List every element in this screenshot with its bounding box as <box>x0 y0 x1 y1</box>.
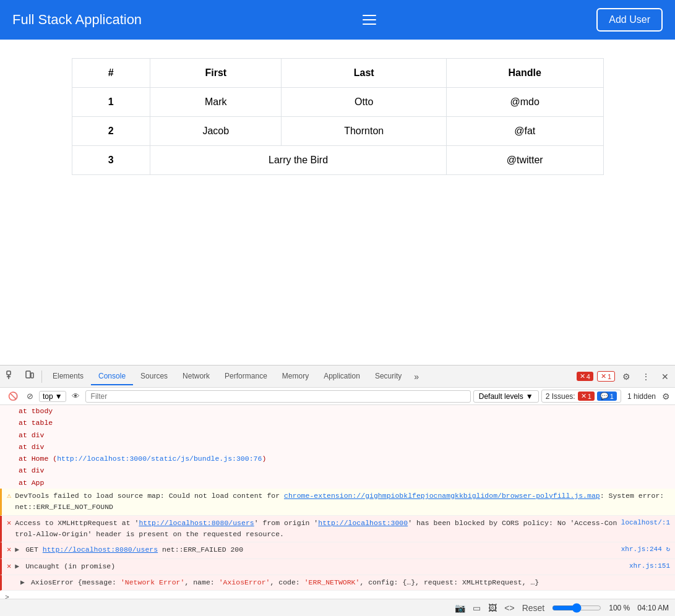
col-id: # <box>72 59 150 88</box>
axios-detail-expander[interactable]: ▶ <box>20 577 25 588</box>
console-cors-error: ✕ Access to XMLHttpRequest at 'http://lo… <box>0 516 675 543</box>
console-get-error: ✕ ▶ GET http://localhost:8080/users net:… <box>0 542 675 558</box>
error-x-icon: ✕ <box>580 372 585 380</box>
device-toolbar-button[interactable] <box>21 368 38 385</box>
cell-last: Otto <box>282 88 447 117</box>
issues-warn-count: 1 <box>610 393 614 400</box>
promise-error-text: Uncaught (in promise) <box>25 561 626 572</box>
xhr-url-link[interactable]: http://localhost:8080/users <box>139 519 254 527</box>
promise-error-location[interactable]: xhr.js:151 <box>629 561 670 572</box>
error-count: 4 <box>587 373 590 380</box>
warn-count: 1 <box>608 373 611 380</box>
issues-label: 2 Issues: <box>546 392 575 401</box>
col-last: Last <box>282 59 447 88</box>
zoom-level: 100 % <box>609 604 630 612</box>
cell-id: 3 <box>72 146 150 175</box>
get-url-link[interactable]: http://localhost:8080/users <box>43 545 158 554</box>
top-dropdown-icon: ▼ <box>55 392 62 401</box>
zoom-slider[interactable] <box>552 603 601 613</box>
navbar: Full Stack Application Add User <box>0 0 675 40</box>
tab-application[interactable]: Application <box>316 368 368 385</box>
tab-errors-section: ✕ 4 ✕ 1 ⚙ ⋮ ✕ <box>577 369 673 384</box>
source-map-link[interactable]: chrome-extension://gighmpiobklfepjocnamg… <box>284 492 600 500</box>
console-output[interactable]: at tbody at table at div at div at Home … <box>0 405 675 599</box>
devtools-tabs: Elements Console Sources Network Perform… <box>45 368 424 385</box>
cors-error-text: Access to XMLHttpRequest at 'http://loca… <box>15 518 617 541</box>
cell-last: Thornton <box>282 117 447 146</box>
default-levels-arrow-icon: ▼ <box>526 392 533 401</box>
trace-line-div3: at div <box>0 464 675 476</box>
settings-button[interactable]: ⚙ <box>619 369 634 384</box>
current-time: 04:10 AM <box>637 604 669 612</box>
issues-error-badge: ✕ 1 <box>578 391 595 401</box>
error-icon-3: ✕ <box>7 561 11 573</box>
issues-warn-icon: 💬 <box>600 392 609 400</box>
promise-error-expander[interactable]: ▶ <box>15 561 19 572</box>
trace-line-tbody: at tbody <box>0 405 675 417</box>
close-devtools-button[interactable]: ✕ <box>658 369 673 384</box>
cors-error-location[interactable]: localhost/:1 <box>621 518 670 529</box>
table-row: 3 Larry the Bird @twitter <box>72 146 603 175</box>
trace-line-home: at Home (http://localhost:3000/static/js… <box>0 453 675 464</box>
screenshot-icon-button[interactable]: 📷 <box>455 603 465 613</box>
warn-count-badge: ✕ 1 <box>597 371 615 382</box>
navbar-toggle-button[interactable] <box>358 10 381 30</box>
col-handle: Handle <box>446 59 603 88</box>
window-icon-button[interactable]: ▭ <box>473 603 481 613</box>
filter-input[interactable] <box>85 390 471 403</box>
console-settings-button[interactable]: ⚙ <box>662 391 670 401</box>
inspect-element-button[interactable] <box>2 368 20 385</box>
more-options-button[interactable]: ⋮ <box>638 369 654 384</box>
top-label: top <box>43 392 53 401</box>
issues-badge: 2 Issues: ✕ 1 💬 1 <box>541 390 621 403</box>
eye-icon-button[interactable]: 👁 <box>69 390 83 402</box>
user-table: # First Last Handle 1 Mark Otto @mdo 2 J… <box>72 58 604 175</box>
tab-performance[interactable]: Performance <box>217 368 275 385</box>
block-request-button[interactable]: ⊘ <box>24 390 37 402</box>
cell-handle: @mdo <box>446 88 603 117</box>
cell-first-merged: Larry the Bird <box>150 146 447 175</box>
trace-line-table: at table <box>0 417 675 429</box>
table-body: 1 Mark Otto @mdo 2 Jacob Thornton @fat 3… <box>72 88 603 175</box>
tab-memory[interactable]: Memory <box>275 368 316 385</box>
issues-err-count: 1 <box>588 393 591 400</box>
error-icon-1: ✕ <box>7 518 11 529</box>
reload-icon: ↻ <box>666 545 670 553</box>
trace-line-div2: at div <box>0 441 675 453</box>
devtools-toolbar: Elements Console Sources Network Perform… <box>0 366 675 388</box>
svg-rect-0 <box>7 371 11 375</box>
console-bar: 🚫 ⊘ top ▼ 👁 Default levels ▼ 2 Issues: ✕… <box>0 388 675 405</box>
trace-line-app: at App <box>0 477 675 489</box>
tab-console[interactable]: Console <box>91 368 133 385</box>
top-selector[interactable]: top ▼ <box>39 391 66 402</box>
axios-detail-text: AxiosError {message: 'Network Error', na… <box>31 577 670 588</box>
tab-security[interactable]: Security <box>368 368 409 385</box>
tab-network[interactable]: Network <box>175 368 217 385</box>
console-caret[interactable]: > <box>0 591 675 599</box>
default-levels-dropdown[interactable]: Default levels ▼ <box>473 390 539 403</box>
tab-sources[interactable]: Sources <box>133 368 175 385</box>
add-user-button[interactable]: Add User <box>596 8 663 32</box>
get-error-expander[interactable]: ▶ <box>15 544 19 555</box>
get-error-text: GET http://localhost:8080/users net::ERR… <box>25 544 617 555</box>
warn-x-icon: ✕ <box>601 372 606 380</box>
code-icon-button[interactable]: <> <box>504 603 514 613</box>
clear-console-button[interactable]: 🚫 <box>5 390 21 402</box>
col-first: First <box>150 59 282 88</box>
more-tabs-button[interactable]: » <box>409 369 424 384</box>
error-icon-2: ✕ <box>7 544 11 556</box>
tab-elements[interactable]: Elements <box>45 368 91 385</box>
reset-button[interactable]: Reset <box>522 603 545 613</box>
cell-first: Mark <box>150 88 282 117</box>
default-levels-label: Default levels <box>479 392 523 401</box>
issues-warn-badge: 💬 1 <box>597 391 617 401</box>
image-icon-button[interactable]: 🖼 <box>488 603 497 613</box>
reset-label: Reset <box>522 603 545 613</box>
toolbar-divider-1 <box>41 370 42 383</box>
status-bar: 📷 ▭ 🖼 <> Reset 100 % 04:10 AM <box>0 599 675 616</box>
origin-link[interactable]: http://localhost:3000 <box>318 519 408 527</box>
home-bundle-link[interactable]: http://localhost:3000/static/js/bundle.j… <box>57 455 262 463</box>
get-error-location[interactable]: xhr.js:244 ↻ <box>621 544 670 555</box>
cell-id: 2 <box>72 117 150 146</box>
hidden-count-label: 1 hidden <box>624 391 660 402</box>
